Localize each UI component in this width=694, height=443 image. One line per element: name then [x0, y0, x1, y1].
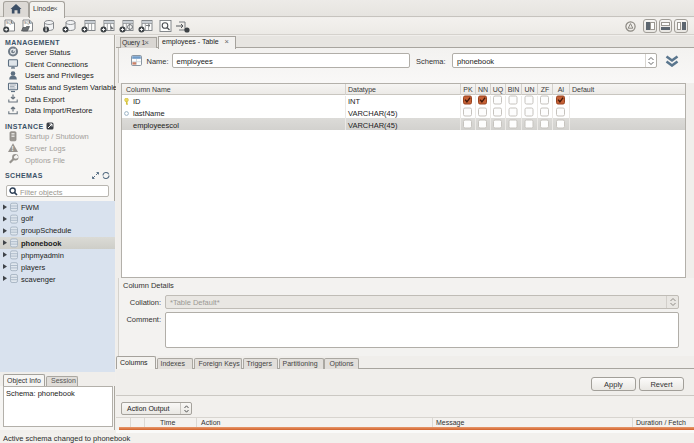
- svg-text:!: !: [12, 145, 14, 152]
- svg-text:SQL: SQL: [24, 21, 31, 25]
- svg-text:SQL: SQL: [6, 21, 13, 25]
